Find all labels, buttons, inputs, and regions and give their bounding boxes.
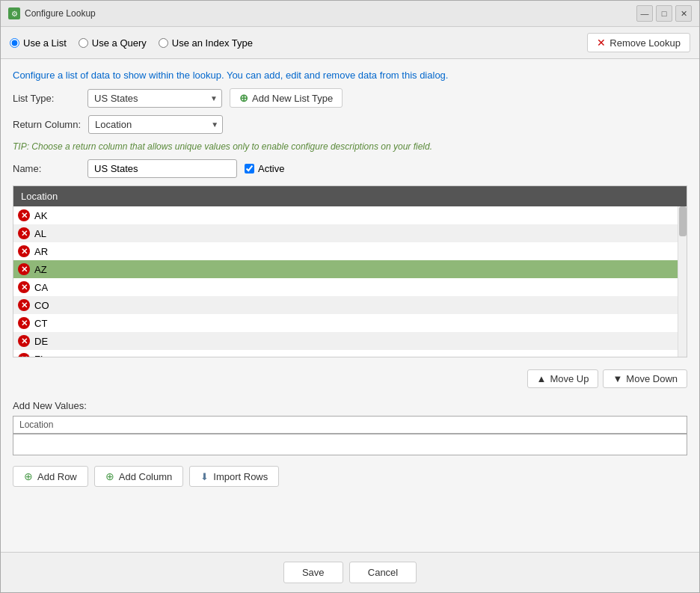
table-row[interactable]: ✕ AR bbox=[13, 242, 678, 260]
table-row[interactable]: ✕ CA bbox=[13, 278, 678, 296]
scrollbar[interactable] bbox=[678, 206, 687, 357]
description-link: You can add, edit and remove data from t… bbox=[227, 70, 449, 81]
view-mode-radio-group: Use a List Use a Query Use an Index Type bbox=[10, 37, 575, 49]
scrollbar-thumb bbox=[679, 206, 687, 236]
delete-row-icon[interactable]: ✕ bbox=[18, 317, 30, 329]
list-type-row: List Type: US States Custom ▼ ⊕ Add New … bbox=[13, 88, 687, 108]
close-button[interactable]: ✕ bbox=[675, 5, 692, 22]
return-column-row: Return Column: Location ▼ bbox=[13, 115, 687, 134]
use-query-radio[interactable]: Use a Query bbox=[79, 37, 147, 49]
remove-lookup-label: Remove Lookup bbox=[610, 37, 681, 49]
description-static: Configure a list of data to show within … bbox=[13, 70, 224, 81]
row-value: AR bbox=[34, 246, 48, 257]
row-value: CT bbox=[34, 318, 47, 329]
delete-row-icon[interactable]: ✕ bbox=[18, 353, 30, 357]
table-row[interactable]: ✕ AK bbox=[13, 206, 678, 224]
delete-row-icon[interactable]: ✕ bbox=[18, 335, 30, 347]
delete-row-icon[interactable]: ✕ bbox=[18, 263, 30, 275]
import-rows-label: Import Rows bbox=[213, 471, 268, 482]
row-value: AL bbox=[34, 228, 46, 239]
row-value: FL bbox=[34, 354, 46, 357]
add-new-values-label: Add New Values: bbox=[13, 400, 687, 411]
delete-row-icon[interactable]: ✕ bbox=[18, 245, 30, 257]
add-values-column-header: Location bbox=[13, 417, 687, 434]
data-table: Location bbox=[13, 186, 687, 206]
use-index-radio[interactable]: Use an Index Type bbox=[159, 37, 253, 49]
name-label: Name: bbox=[13, 163, 80, 174]
add-new-list-type-button[interactable]: ⊕ Add New List Type bbox=[230, 88, 343, 108]
table-row[interactable]: ✕ FL bbox=[13, 350, 678, 357]
remove-lookup-button[interactable]: ✕ Remove Lookup bbox=[587, 33, 690, 52]
add-values-table: Location bbox=[13, 416, 687, 455]
maximize-button[interactable]: □ bbox=[656, 5, 672, 22]
move-up-button[interactable]: ▲ Move Up bbox=[527, 369, 599, 388]
add-row-icon: ⊕ bbox=[24, 470, 33, 482]
row-value: AZ bbox=[34, 264, 47, 275]
list-type-select[interactable]: US States Custom bbox=[88, 89, 222, 108]
move-buttons-row: ▲ Move Up ▼ Move Down bbox=[13, 365, 687, 393]
add-values-input[interactable] bbox=[13, 434, 687, 455]
move-up-label: Move Up bbox=[550, 373, 589, 384]
use-list-radio[interactable]: Use a List bbox=[10, 37, 67, 49]
import-icon: ⬇ bbox=[200, 471, 209, 482]
move-up-icon: ▲ bbox=[537, 373, 547, 384]
add-column-icon: ⊕ bbox=[105, 470, 114, 482]
delete-row-icon[interactable]: ✕ bbox=[18, 299, 30, 311]
main-content: Configure a list of data to show within … bbox=[1, 59, 699, 552]
use-query-label: Use a Query bbox=[92, 37, 147, 49]
add-new-values-section: Add New Values: Location bbox=[13, 400, 687, 455]
remove-icon: ✕ bbox=[597, 37, 606, 49]
move-down-icon: ▼ bbox=[612, 373, 622, 384]
add-row-label: Add Row bbox=[37, 471, 77, 482]
use-index-label: Use an Index Type bbox=[172, 37, 253, 49]
return-column-select[interactable]: Location bbox=[88, 115, 223, 134]
active-checkbox[interactable] bbox=[245, 164, 254, 173]
move-down-label: Move Down bbox=[626, 373, 678, 384]
list-type-label: List Type: bbox=[13, 93, 80, 104]
cancel-button[interactable]: Cancel bbox=[349, 562, 417, 583]
row-value: DE bbox=[34, 336, 48, 347]
use-list-label: Use a List bbox=[23, 37, 67, 49]
app-icon: ⚙ bbox=[8, 7, 20, 19]
table-scroll-area[interactable]: ✕ AK ✕ AL ✕ AR ✕ AZ ✕ CA bbox=[13, 206, 687, 357]
active-label: Active bbox=[258, 163, 284, 174]
window-title: Configure Lookup bbox=[25, 8, 632, 19]
data-rows-table: ✕ AK ✕ AL ✕ AR ✕ AZ ✕ CA bbox=[13, 206, 678, 357]
move-down-button[interactable]: ▼ Move Down bbox=[603, 369, 687, 388]
description-text: Configure a list of data to show within … bbox=[13, 70, 687, 81]
table-row[interactable]: ✕ AZ bbox=[13, 260, 678, 278]
name-input[interactable] bbox=[88, 159, 237, 178]
save-button[interactable]: Save bbox=[283, 562, 343, 583]
title-bar: ⚙ Configure Lookup — □ ✕ bbox=[1, 1, 699, 27]
return-column-label: Return Column: bbox=[13, 119, 81, 130]
row-value: AK bbox=[34, 210, 47, 221]
return-column-select-wrapper: Location ▼ bbox=[88, 115, 223, 134]
table-header-location: Location bbox=[13, 186, 687, 206]
import-rows-button[interactable]: ⬇ Import Rows bbox=[189, 466, 279, 487]
action-buttons-row: ⊕ Add Row ⊕ Add Column ⬇ Import Rows bbox=[13, 463, 687, 490]
row-value: CA bbox=[34, 282, 48, 293]
add-list-type-label: Add New List Type bbox=[252, 93, 333, 104]
table-row[interactable]: ✕ CO bbox=[13, 296, 678, 314]
row-value: CO bbox=[34, 300, 49, 311]
delete-row-icon[interactable]: ✕ bbox=[18, 281, 30, 293]
delete-row-icon[interactable]: ✕ bbox=[18, 227, 30, 239]
table-row[interactable]: ✕ AL bbox=[13, 224, 678, 242]
table-row[interactable]: ✕ CT bbox=[13, 314, 678, 332]
data-table-container: Location ✕ AK ✕ AL ✕ AR bbox=[13, 185, 687, 357]
window-controls: — □ ✕ bbox=[636, 5, 692, 22]
tip-text: TIP: Choose a return column that allows … bbox=[13, 141, 687, 152]
add-column-button[interactable]: ⊕ Add Column bbox=[94, 466, 184, 487]
plus-circle-icon: ⊕ bbox=[239, 92, 248, 104]
toolbar: Use a List Use a Query Use an Index Type… bbox=[1, 27, 699, 59]
name-row: Name: Active bbox=[13, 159, 687, 178]
delete-row-icon[interactable]: ✕ bbox=[18, 209, 30, 221]
footer: Save Cancel bbox=[1, 552, 699, 592]
configure-lookup-window: ⚙ Configure Lookup — □ ✕ Use a List Use … bbox=[0, 0, 700, 593]
minimize-button[interactable]: — bbox=[636, 5, 653, 22]
add-row-button[interactable]: ⊕ Add Row bbox=[13, 466, 88, 487]
list-type-select-wrapper: US States Custom ▼ bbox=[88, 89, 222, 108]
add-column-label: Add Column bbox=[119, 471, 173, 482]
table-row[interactable]: ✕ DE bbox=[13, 332, 678, 350]
active-checkbox-row: Active bbox=[245, 163, 284, 174]
